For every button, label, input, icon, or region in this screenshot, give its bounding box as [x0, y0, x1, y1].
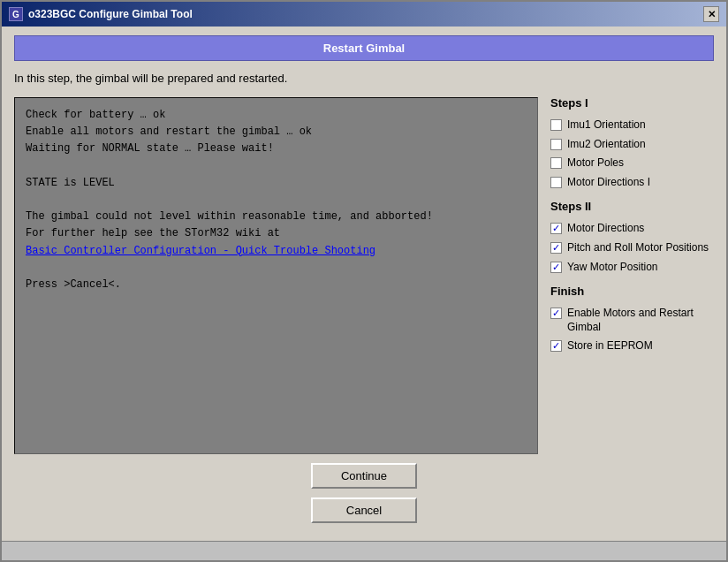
header-label: Restart Gimbal: [323, 42, 405, 55]
step-imu1-checkbox[interactable]: [550, 119, 562, 131]
step-pitch-roll: ✓ Pitch and Roll Motor Positions: [550, 241, 714, 255]
log-line-5: STATE is LEVEL: [26, 175, 527, 192]
step-imu2: Imu2 Orientation: [550, 138, 714, 152]
step-store-eeprom-checkbox[interactable]: ✓: [550, 340, 562, 352]
steps-ii-title: Steps II: [550, 200, 714, 213]
continue-button[interactable]: Continue: [311, 463, 417, 489]
log-line-1: Check for battery … ok: [26, 107, 527, 124]
cancel-button[interactable]: Cancel: [311, 497, 417, 523]
finish-title: Finish: [550, 285, 714, 298]
app-icon: G: [9, 7, 23, 21]
title-bar-left: G o323BGC Configure Gimbal Tool: [9, 7, 193, 21]
log-link-line: Basic Controller Configuration - Quick T…: [26, 243, 527, 260]
step-imu2-checkbox[interactable]: [550, 139, 562, 150]
step-motor-poles-checkbox[interactable]: [550, 157, 562, 169]
step-imu1: Imu1 Orientation: [550, 118, 714, 133]
step-motor-poles-label: Motor Poles: [567, 156, 624, 171]
step-enable-motors-checkbox[interactable]: ✓: [550, 308, 562, 319]
window-title: o323BGC Configure Gimbal Tool: [28, 8, 193, 20]
step-pitch-roll-checkbox[interactable]: ✓: [550, 242, 562, 254]
step-motor-dir-i: Motor Directions I: [550, 176, 714, 190]
step-enable-motors-label: Enable Motors and Restart Gimbal: [567, 307, 714, 334]
step-yaw-motor-label: Yaw Motor Position: [567, 261, 658, 275]
finish-section: Finish ✓ Enable Motors and Restart Gimba…: [550, 285, 714, 353]
buttons-row: Continue Cancel: [14, 454, 714, 532]
status-bar: [2, 541, 726, 560]
log-line-7: The gimbal could not level within reason…: [26, 209, 527, 225]
close-button[interactable]: ✕: [703, 6, 719, 22]
right-panel: Steps I Imu1 Orientation Imu2 Orientatio…: [550, 70, 714, 454]
log-line-10: Press >Cancel<.: [26, 277, 527, 293]
log-line-3: Waiting for NORMAL state … Please wait!: [26, 140, 527, 157]
step-yaw-motor-checkbox[interactable]: ✓: [550, 262, 562, 273]
step-motor-poles: Motor Poles: [550, 156, 714, 171]
step-motor-dir-i-label: Motor Directions I: [567, 176, 650, 190]
steps-ii-section: Steps II ✓ Motor Directions ✓ Pitch and …: [550, 200, 714, 274]
intro-text: In this step, the gimbal will be prepare…: [14, 70, 538, 90]
main-window: G o323BGC Configure Gimbal Tool ✕ Restar…: [0, 0, 728, 562]
title-bar: G o323BGC Configure Gimbal Tool ✕: [2, 2, 726, 27]
log-line-4: [26, 158, 527, 175]
step-motor-dir-checkbox[interactable]: ✓: [550, 223, 562, 234]
steps-i-section: Steps I Imu1 Orientation Imu2 Orientatio…: [550, 96, 714, 189]
log-line-2: Enable all motors and restart the gimbal…: [26, 124, 527, 140]
main-area: In this step, the gimbal will be prepare…: [14, 70, 714, 454]
step-enable-motors: ✓ Enable Motors and Restart Gimbal: [550, 307, 714, 334]
window-content: Restart Gimbal In this step, the gimbal …: [2, 27, 726, 541]
step-pitch-roll-label: Pitch and Roll Motor Positions: [567, 241, 709, 255]
step-yaw-motor: ✓ Yaw Motor Position: [550, 261, 714, 275]
log-line-9: [26, 260, 527, 277]
step-store-eeprom-label: Store in EEPROM: [567, 339, 653, 353]
log-line-6: [26, 192, 527, 209]
step-store-eeprom: ✓ Store in EEPROM: [550, 339, 714, 353]
step-imu2-label: Imu2 Orientation: [567, 138, 646, 152]
left-panel: In this step, the gimbal will be prepare…: [14, 70, 538, 454]
log-area: Check for battery … ok Enable all motors…: [14, 97, 538, 454]
step-motor-dir-label: Motor Directions: [567, 222, 644, 236]
wiki-link[interactable]: Basic Controller Configuration - Quick T…: [26, 245, 375, 257]
step-motor-dir-i-checkbox[interactable]: [550, 177, 562, 188]
header-bar: Restart Gimbal: [14, 35, 714, 61]
step-imu1-label: Imu1 Orientation: [567, 118, 646, 133]
step-motor-dir: ✓ Motor Directions: [550, 222, 714, 236]
steps-i-title: Steps I: [550, 96, 714, 110]
log-line-8: For further help see the STorM32 wiki at: [26, 225, 527, 242]
